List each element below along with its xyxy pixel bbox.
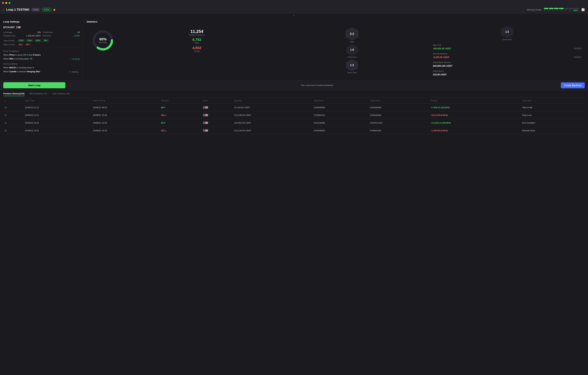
create-backtest-button[interactable]: Create Backtest — [561, 82, 585, 88]
hex-stats-col: 2.2 RRR 1.9 Profit Factor 1.3 — [274, 26, 430, 75]
minimize-button[interactable] — [5, 2, 7, 4]
sortino-hex-wrap: 1.5 Sortino Ratio — [430, 26, 585, 41]
cell-quantity: 212,144.00 USDT — [233, 127, 313, 134]
col-quantity: Quantity — [233, 98, 313, 104]
entry-condition-1: When Price is up by 3% in last 4 hours — [3, 53, 80, 57]
page-title: Loop 1 TESTING — [6, 8, 29, 11]
streak-seg-6 — [569, 8, 574, 9]
take-profits-row: Take Profits TTP1 TTP2 TTP3 TP4 — [3, 39, 80, 42]
maximize-button[interactable] — [9, 2, 10, 4]
cell-asset: ₿🇺🇸 — [202, 119, 233, 127]
entry-status: ✓ 16:33:22 — [70, 58, 80, 60]
ttp3-tag: TTP3 — [34, 39, 41, 42]
cell-num: 60 — [3, 127, 23, 134]
cell-open-time: 23/06/22 21:15 — [23, 104, 92, 111]
cell-open-time: 22/06/22 15:15 — [23, 119, 92, 127]
table-tabs: Position History(104) Won Positions (73)… — [3, 90, 585, 98]
exit-condition-2: When Candle is bearish Hanging Man — [3, 70, 40, 73]
sortino-hexagon: 1.5 — [501, 26, 513, 38]
tab-position-history[interactable]: Position History(104) — [3, 92, 24, 96]
profit-factor-hex: 1.9 Profit Factor — [346, 44, 358, 58]
loop-settings-title: Loop Settings — [3, 20, 80, 23]
col-close-time[interactable]: Close Time ▼ — [92, 98, 160, 104]
cell-close-price: 0.05445634 — [369, 111, 430, 119]
expectancy-row: 233.85 USDT — [433, 73, 581, 76]
cell-close-time: 26/06/22 08:02 — [92, 104, 160, 111]
cell-direction: BUY — [160, 104, 202, 111]
header-right: Winning Streak 1 2 3 4 5 6 7 BEST — [527, 8, 585, 11]
right-stats-col: Max PnL +65,420.20 USDT 22/05/22 Max Dra… — [430, 42, 585, 77]
expectancy-block: Expectancy 233.85 USDT — [433, 70, 581, 76]
col-close-price: Close Price — [369, 98, 430, 104]
cell-open-time: 23/06/22 11:21 — [23, 111, 92, 119]
entry-conditions: Entry Conditions: When Price is up by 3%… — [3, 50, 80, 61]
cell-open-price: 0.02003211 — [313, 111, 369, 119]
start-loop-button[interactable]: Start Loop — [3, 82, 65, 88]
stop-losses-row: Stop Losses SL1 SL2 — [3, 43, 80, 46]
entry-condition-2: When RSI is crossing down 70 — [3, 57, 32, 61]
exit-condition-1: When MACD is crossing down 0 — [3, 66, 80, 69]
statistics-panel: Statistics 60% Win Rate 11, — [83, 17, 588, 80]
right-stats-wrapper: 1.5 Sortino Ratio Max PnL +65,420.20 USD… — [430, 26, 585, 77]
table-row: 63 23/06/22 21:15 26/06/22 08:02 BUY ₿🇺🇸… — [3, 104, 585, 111]
cell-close-type: Take Profit — [521, 104, 585, 111]
tab-lost-positions[interactable]: Lost Positions (31) — [52, 92, 70, 96]
titlebar — [0, 0, 588, 6]
col-close-type: Close type — [521, 98, 585, 104]
back-button[interactable]: ‹ — [3, 8, 4, 11]
col-open-time: Open Time — [23, 98, 92, 104]
cell-close-price: 0.05841043 — [369, 127, 430, 134]
streak-segments — [544, 8, 579, 9]
cell-asset: ₿🇺🇸 — [202, 111, 233, 119]
cell-num: 62 — [3, 111, 23, 119]
close-button[interactable] — [2, 2, 4, 4]
sharpe-hex: 1.3 Sharpe Ratio — [346, 59, 358, 74]
more-options-button[interactable]: ⋮ — [67, 84, 73, 87]
positions-block: 11,254 Number of positions — [189, 29, 205, 36]
cell-num: 63 — [3, 104, 23, 111]
generated-volume-block: Generated Volume 845,550,165 USDT — [433, 61, 581, 67]
cell-pnl: +12,102.13 (38.92%) — [430, 119, 521, 127]
cell-quantity: 22,144.00 USDT — [233, 104, 313, 111]
cell-pnl: -1,455.00 (8.92%) — [430, 127, 521, 134]
best-label: BEST — [573, 10, 578, 11]
streak-seg-3 — [554, 8, 559, 9]
win-rate-chart: 60% Win Rate — [87, 26, 119, 55]
cell-pnl: -3,211.00 (8.92%) — [430, 111, 521, 119]
table-section: Position History(104) Won Positions (73)… — [0, 90, 588, 134]
cell-open-price: 0.62116592 — [313, 119, 369, 127]
table-row: 60 21/06/22 12:01 22/06/22 15:15 SELL ₿🇺… — [3, 127, 585, 134]
chevron-down-icon: ▾ — [294, 14, 295, 17]
col-open-price: Open Price — [313, 98, 369, 104]
cell-open-price: 0.05449922 — [313, 127, 369, 134]
collapse-row[interactable]: ▾ — [0, 14, 588, 17]
stats-grid: 60% Win Rate 11,254 Number of positions … — [87, 26, 585, 77]
rrr-hexagon: 2.2 — [346, 27, 358, 40]
winning-streak-label: Winning Streak — [527, 9, 541, 11]
donut-label: 60% Win Rate — [99, 37, 107, 44]
cell-open-time: 21/06/22 12:01 — [23, 127, 92, 134]
streak-bar: 1 2 3 4 5 6 7 BEST — [544, 8, 579, 11]
cell-direction: BUY — [160, 119, 202, 127]
donut-wrap: 60% Win Rate — [92, 29, 114, 52]
generated-volume-row: 845,550,165 USDT — [433, 64, 581, 67]
streak-seg-2 — [549, 8, 554, 9]
col-direction: Direction — [160, 98, 202, 104]
tab-won-positions[interactable]: Won Positions (73) — [29, 92, 47, 96]
cell-close-time: 24/06/22 12:51 — [92, 119, 160, 127]
table-body: 63 23/06/22 21:15 26/06/22 08:02 BUY ₿🇺🇸… — [3, 104, 585, 134]
backtest-info: This Loop has 8 created backtests — [75, 84, 559, 86]
exit-conditions: Exit Conditions: When MACD is crossing d… — [3, 63, 80, 74]
cell-close-type: Exit Condition — [521, 119, 585, 127]
export-icon[interactable]: ⬜ — [581, 8, 585, 11]
ttp2-tag: TTP2 — [26, 39, 33, 42]
sl1-tag: SL1 — [18, 43, 23, 46]
header: ‹ Loop 1 TESTING Active Bullish ◆ Winnin… — [0, 6, 588, 14]
header-left: ‹ Loop 1 TESTING Active Bullish ◆ — [3, 8, 56, 11]
cell-close-type: Stop Loss — [521, 111, 585, 119]
max-pnl-row: +65,420.20 USDT 22/05/22 — [433, 47, 581, 50]
ttp1-tag: TTP1 — [18, 39, 25, 42]
positions-table: # Open Time Close Time ▼ Direction Asset… — [3, 98, 585, 134]
cell-direction: SELL — [160, 111, 202, 119]
position-size-setting: Position size: 1,200.00 USDT — [3, 34, 41, 37]
